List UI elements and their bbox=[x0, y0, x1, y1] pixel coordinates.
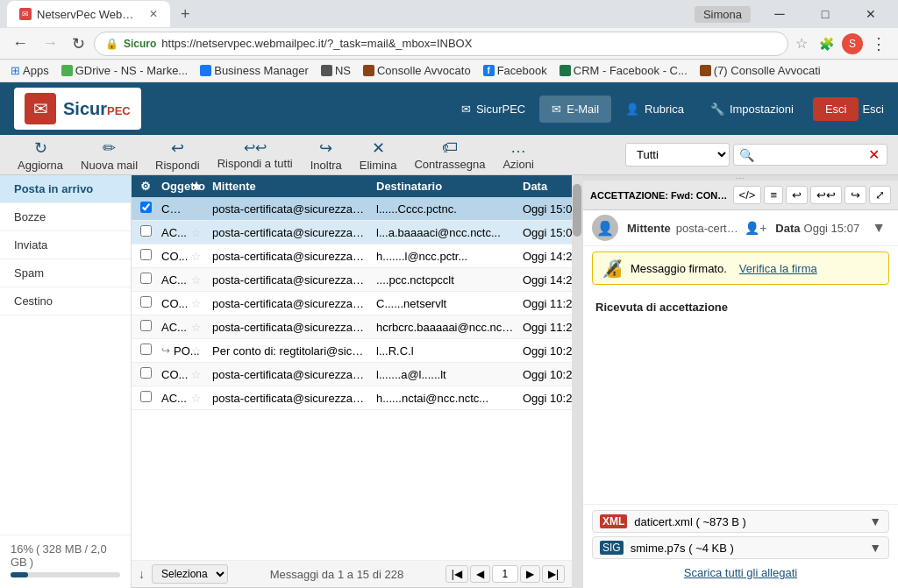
toolbar-rispondi[interactable]: ↩ Rispondi bbox=[148, 136, 207, 174]
verify-signature-link[interactable]: Verifica la firma bbox=[739, 262, 817, 275]
reload-button[interactable]: ↻ bbox=[67, 31, 90, 57]
col-oggetto[interactable]: Oggetto bbox=[158, 180, 184, 193]
url-input[interactable] bbox=[161, 37, 777, 50]
row-star[interactable]: ☆ bbox=[186, 368, 207, 381]
table-row[interactable]: CO... ☆ posta-certificata@sicurezzapost.… bbox=[132, 363, 572, 386]
back-button[interactable]: ← bbox=[7, 31, 33, 56]
col-star-icon[interactable]: ★ bbox=[186, 180, 207, 193]
nav-rubrica[interactable]: 👤 Rubrica bbox=[613, 96, 696, 123]
toolbar-rispondi-tutti[interactable]: ↩↩ Rispondi a tutti bbox=[210, 137, 300, 173]
col-settings-icon[interactable]: ⚙ bbox=[135, 180, 156, 193]
last-page-button[interactable]: ▶| bbox=[542, 565, 565, 583]
row-checkbox[interactable] bbox=[135, 225, 156, 239]
row-checkbox[interactable] bbox=[135, 249, 156, 263]
sidebar-item-cestino[interactable]: Cestino bbox=[0, 287, 131, 315]
facebook-bookmark[interactable]: f Facebook bbox=[478, 62, 552, 79]
add-sender-button[interactable]: 👤+ bbox=[745, 221, 766, 235]
bookmark-star-icon[interactable]: ☆ bbox=[792, 32, 811, 55]
address-bar[interactable]: 🔒 Sicuro bbox=[94, 32, 788, 56]
table-row[interactable]: CO... ☆ posta-certificata@sicurezzapost.… bbox=[132, 244, 572, 268]
nav-impostazioni[interactable]: 🔧 Impostazioni bbox=[698, 96, 806, 123]
row-checkbox[interactable] bbox=[135, 344, 156, 358]
row-checkbox[interactable] bbox=[135, 367, 156, 381]
close-button[interactable]: ✕ bbox=[851, 2, 891, 26]
toolbar-inoltra[interactable]: ↪ Inoltra bbox=[303, 136, 349, 174]
forward-button[interactable]: → bbox=[37, 31, 63, 56]
toolbar-contrassegna[interactable]: 🏷 Contrassegna bbox=[407, 136, 492, 174]
table-row[interactable]: AC... ☆ posta-certificata@sicurezzapost.… bbox=[132, 268, 572, 292]
consolle-7-bookmark[interactable]: (7) Consolle Avvocati bbox=[695, 62, 826, 79]
scroll-thumb[interactable] bbox=[573, 184, 581, 237]
table-row[interactable]: CO... ☆ posta-certificata@sicurezzapost.… bbox=[132, 292, 572, 315]
attachment-xml-download[interactable]: ▼ bbox=[869, 514, 881, 528]
preview-more-button[interactable]: ▼ bbox=[868, 220, 889, 236]
row-star[interactable]: ☆ bbox=[186, 344, 207, 358]
sidebar-item-spam[interactable]: Spam bbox=[0, 259, 131, 287]
toolbar-aggiorna[interactable]: ↻ Aggiorna bbox=[11, 136, 70, 174]
maximize-button[interactable]: □ bbox=[805, 2, 845, 26]
col-data[interactable]: Data bbox=[519, 180, 572, 193]
row-checkbox[interactable] bbox=[135, 320, 156, 334]
row-star[interactable]: ☆ bbox=[186, 321, 207, 334]
select-all-dropdown[interactable]: Seleziona bbox=[152, 564, 228, 584]
menu-icon[interactable]: ⋮ bbox=[866, 32, 891, 56]
download-all-link[interactable]: Scarica tutti gli allegati bbox=[592, 563, 889, 583]
row-checkbox[interactable] bbox=[135, 391, 156, 405]
row-checkbox[interactable] bbox=[135, 202, 156, 216]
apps-bookmark[interactable]: ⊞ Apps bbox=[5, 62, 54, 79]
attachment-item-sig[interactable]: SIG smime.p7s ( ~4 KB ) ▼ bbox=[592, 536, 889, 559]
toolbar-elimina[interactable]: ✕ Elimina bbox=[353, 136, 404, 174]
sidebar-item-inviata[interactable]: Inviata bbox=[0, 231, 131, 259]
row-checkbox[interactable] bbox=[135, 273, 156, 287]
profile-icon[interactable]: S bbox=[842, 33, 863, 54]
sidebar-item-posta-in-arrivo[interactable]: Posta in arrivo bbox=[0, 175, 131, 203]
preview-forward-button[interactable]: ↪ bbox=[845, 186, 866, 204]
page-number-input[interactable] bbox=[492, 565, 518, 583]
preview-expand-button[interactable]: ⤢ bbox=[869, 186, 891, 204]
gdrive-bookmark[interactable]: GDrive - NS - Marke... bbox=[56, 62, 194, 79]
preview-list-button[interactable]: ≡ bbox=[764, 186, 783, 204]
row-checkbox[interactable] bbox=[135, 296, 156, 310]
row-star[interactable]: ☆ bbox=[186, 273, 207, 287]
table-row[interactable]: CO... ☆ posta-certificata@sicurezzapost.… bbox=[132, 197, 572, 221]
ns-bookmark[interactable]: NS bbox=[316, 62, 356, 79]
minimize-button[interactable]: ─ bbox=[759, 2, 800, 26]
logout-button[interactable]: Esci bbox=[813, 97, 859, 121]
preview-code-button[interactable]: </> bbox=[733, 186, 762, 204]
search-input[interactable] bbox=[758, 148, 863, 161]
table-row[interactable]: AC... ☆ posta-certificata@sicurezzapost.… bbox=[132, 315, 572, 339]
sidebar-item-bozze[interactable]: Bozze bbox=[0, 203, 131, 231]
preview-replyall-button[interactable]: ↩↩ bbox=[810, 186, 842, 204]
folder-filter-select[interactable]: Tutti Non letti Letti Con allegati bbox=[625, 143, 730, 166]
list-scrollbar[interactable] bbox=[572, 175, 582, 588]
row-star[interactable]: ☆ bbox=[186, 297, 207, 310]
attachment-item-xml[interactable]: XML daticert.xml ( ~873 B ) ▼ bbox=[592, 510, 889, 533]
extensions-icon[interactable]: 🧩 bbox=[815, 34, 838, 53]
row-star[interactable]: ☆ bbox=[186, 250, 207, 263]
row-recipient: C......netservlt bbox=[373, 297, 517, 310]
toolbar-azioni[interactable]: … Azioni bbox=[495, 136, 540, 174]
row-star[interactable]: ☆ bbox=[186, 226, 207, 239]
prev-page-button[interactable]: ◀ bbox=[470, 565, 490, 583]
first-page-button[interactable]: |◀ bbox=[445, 565, 468, 583]
next-page-button[interactable]: ▶ bbox=[520, 565, 540, 583]
business-manager-bookmark[interactable]: Business Manager bbox=[195, 62, 314, 79]
tab-close-icon[interactable]: ✕ bbox=[149, 8, 158, 20]
col-mittente[interactable]: Mittente bbox=[209, 180, 371, 193]
search-clear-button[interactable]: ✕ bbox=[866, 146, 881, 163]
col-destinatario[interactable]: Destinatario bbox=[373, 180, 517, 193]
tab-active[interactable]: ✉ NetservPec Webmail :: P... ✕ bbox=[7, 1, 170, 27]
table-row[interactable]: ↪ PO... ☆ Per conto di: regtitolari@sicu… bbox=[132, 339, 572, 363]
new-tab-button[interactable]: + bbox=[175, 5, 196, 24]
nav-sicurpec[interactable]: ✉ SicurPEC bbox=[449, 96, 538, 123]
consolle-avvocato-bookmark[interactable]: Consolle Avvocato bbox=[358, 62, 476, 79]
nav-email[interactable]: ✉ E-Mail bbox=[539, 96, 611, 123]
attachment-sig-download[interactable]: ▼ bbox=[869, 541, 881, 555]
crm-bookmark[interactable]: CRM - Facebook - C... bbox=[554, 62, 693, 79]
table-row[interactable]: AC... ☆ posta-certificata@sicurezzapost.… bbox=[132, 386, 572, 410]
row-star[interactable]: ☆ bbox=[186, 392, 207, 405]
table-row[interactable]: AC... ☆ posta-certificata@sicurezzapost.… bbox=[132, 221, 572, 244]
preview-reply-button[interactable]: ↩ bbox=[786, 186, 808, 204]
toolbar-nuova-mail[interactable]: ✏ Nuova mail bbox=[74, 136, 145, 174]
row-star[interactable]: ☆ bbox=[186, 202, 207, 216]
